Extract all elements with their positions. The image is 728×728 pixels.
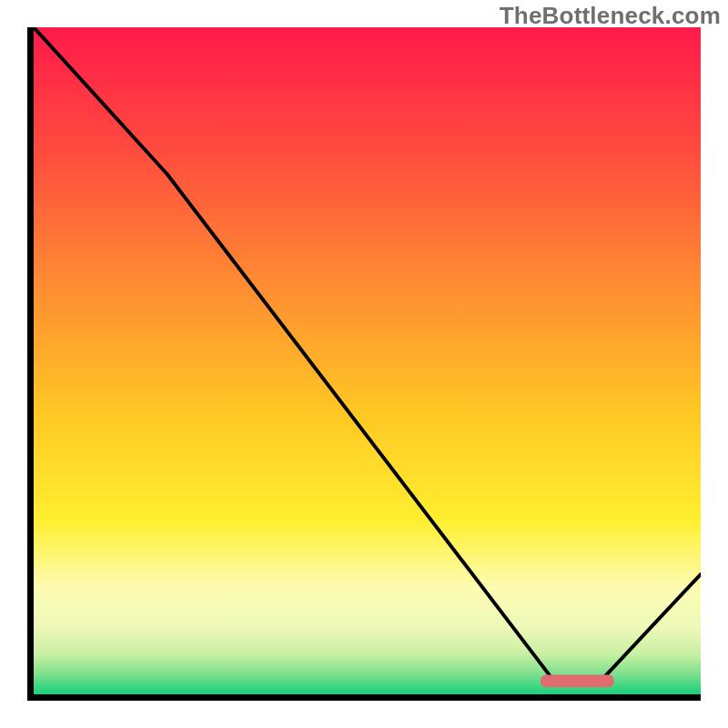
chart-plot-area bbox=[27, 27, 701, 701]
watermark-text: TheBottleneck.com bbox=[500, 2, 721, 30]
svg-rect-0 bbox=[541, 674, 614, 687]
chart-minimum-marker bbox=[34, 27, 701, 694]
